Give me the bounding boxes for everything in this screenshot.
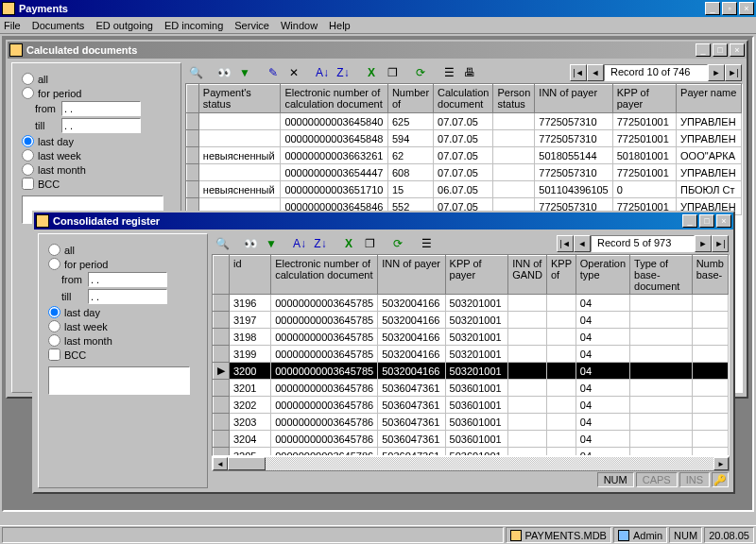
table-row[interactable]: 3205000000000036457865036047361503601001… — [214, 448, 729, 457]
cell[interactable]: 503601001 — [445, 431, 508, 448]
column-header[interactable]: Numb base- — [692, 256, 728, 295]
cell[interactable]: невыясненный — [198, 181, 281, 198]
row-header[interactable] — [214, 380, 230, 397]
row-header[interactable] — [214, 448, 230, 457]
cell[interactable] — [692, 448, 728, 457]
column-header[interactable]: Electronic number of calculation documen… — [271, 256, 378, 295]
cell[interactable] — [692, 329, 728, 346]
child-minimize-button[interactable]: _ — [682, 214, 697, 228]
cell[interactable]: 503601001 — [445, 397, 508, 414]
column-header[interactable]: KPP of payer — [445, 256, 508, 295]
cell[interactable]: 04 — [576, 380, 629, 397]
copy-icon[interactable]: ❐ — [383, 63, 402, 82]
nav-prev-button[interactable]: ◄ — [587, 64, 604, 81]
cell[interactable]: 3199 — [230, 346, 271, 363]
properties-icon[interactable]: ☰ — [417, 234, 436, 253]
radio-last-day[interactable] — [22, 135, 34, 147]
cell[interactable]: 04 — [576, 431, 629, 448]
cell[interactable]: 503601001 — [445, 380, 508, 397]
sort-asc-icon[interactable]: A↓ — [313, 63, 332, 82]
menu-file[interactable]: File — [4, 20, 21, 31]
row-header[interactable] — [214, 329, 230, 346]
cell[interactable]: 5036047361 — [378, 397, 445, 414]
cell[interactable] — [546, 346, 576, 363]
properties-icon[interactable]: ☰ — [439, 63, 458, 82]
filter-icon[interactable]: ▼ — [262, 234, 281, 253]
cell[interactable]: 07.07.05 — [434, 130, 493, 147]
cell[interactable] — [546, 448, 576, 457]
row-header[interactable] — [214, 312, 230, 329]
cell[interactable] — [630, 414, 693, 431]
child-titlebar[interactable]: Calculated documents _ □ × — [8, 42, 747, 59]
menu-window[interactable]: Window — [281, 20, 318, 31]
cell[interactable]: 5036047361 — [378, 380, 445, 397]
cell[interactable]: 5032004166 — [378, 295, 445, 312]
row-header[interactable]: ▶ — [214, 363, 230, 380]
cell[interactable] — [692, 363, 728, 380]
cell[interactable]: 7725057310 — [535, 113, 612, 130]
radio-all[interactable] — [22, 73, 34, 85]
cell[interactable] — [508, 329, 547, 346]
cell[interactable] — [508, 346, 547, 363]
row-header[interactable] — [187, 130, 199, 147]
cell[interactable]: 3201 — [230, 380, 271, 397]
menu-documents[interactable]: Documents — [32, 20, 85, 31]
cell[interactable]: 00000000003654447 — [281, 164, 388, 181]
column-header[interactable]: Electronic number of calculation documen… — [281, 85, 388, 113]
child-close-button[interactable]: × — [730, 43, 745, 57]
cell[interactable]: 5036047361 — [378, 431, 445, 448]
nav-first-button[interactable]: |◄ — [570, 64, 587, 81]
row-header[interactable] — [187, 181, 199, 198]
cell[interactable] — [630, 397, 693, 414]
cell[interactable] — [630, 380, 693, 397]
cell[interactable] — [198, 130, 281, 147]
cell[interactable]: 772501001 — [612, 164, 676, 181]
cell[interactable]: 04 — [576, 312, 629, 329]
cell[interactable] — [198, 113, 281, 130]
row-header[interactable] — [214, 431, 230, 448]
cell[interactable] — [493, 181, 535, 198]
check-bcc[interactable] — [48, 348, 60, 361]
cell[interactable]: 5032004166 — [378, 346, 445, 363]
excel-icon[interactable]: X — [339, 234, 358, 253]
cell[interactable] — [546, 397, 576, 414]
cell[interactable]: 04 — [576, 414, 629, 431]
child-maximize-button[interactable]: □ — [713, 43, 728, 57]
column-header[interactable]: Payment's status — [198, 85, 281, 113]
excel-icon[interactable]: X — [362, 63, 381, 82]
menu-ed-incoming[interactable]: ED incoming — [164, 20, 223, 31]
scroll-right-button[interactable]: ► — [713, 457, 729, 470]
print-icon[interactable]: 🖶 — [460, 63, 479, 82]
filter-icon[interactable]: ▼ — [235, 63, 254, 82]
cell[interactable]: 501104396105 — [535, 181, 612, 198]
radio-last-week[interactable] — [48, 320, 60, 332]
nav-last-button[interactable]: ►| — [712, 235, 729, 252]
cell[interactable] — [508, 414, 547, 431]
row-header[interactable] — [187, 147, 199, 164]
cell[interactable]: 04 — [576, 295, 629, 312]
cell[interactable]: 00000000003645785 — [271, 346, 378, 363]
cell[interactable] — [546, 295, 576, 312]
column-header[interactable]: KPP of payer — [612, 85, 676, 113]
edit-icon[interactable]: ✎ — [264, 63, 283, 82]
cell[interactable] — [508, 295, 547, 312]
cell[interactable]: 5036047361 — [378, 448, 445, 457]
input-from[interactable] — [88, 272, 167, 287]
cell[interactable] — [546, 363, 576, 380]
cell[interactable]: 594 — [387, 130, 433, 147]
row-header[interactable] — [187, 164, 199, 181]
table-row[interactable]: 3202000000000036457865036047361503601001… — [214, 397, 729, 414]
cell[interactable]: 07.07.05 — [434, 164, 493, 181]
cell[interactable]: 7725057310 — [535, 164, 612, 181]
cell[interactable] — [508, 363, 547, 380]
table-row[interactable]: 0000000000364584859407.07.05772505731077… — [187, 130, 742, 147]
cell[interactable] — [630, 312, 693, 329]
cell[interactable]: 15 — [387, 181, 433, 198]
cell[interactable] — [198, 164, 281, 181]
cell[interactable] — [493, 130, 535, 147]
child-minimize-button[interactable]: _ — [696, 43, 711, 57]
cell[interactable] — [630, 329, 693, 346]
cell[interactable]: 772501001 — [612, 113, 676, 130]
menu-help[interactable]: Help — [329, 20, 351, 31]
cell[interactable] — [546, 329, 576, 346]
